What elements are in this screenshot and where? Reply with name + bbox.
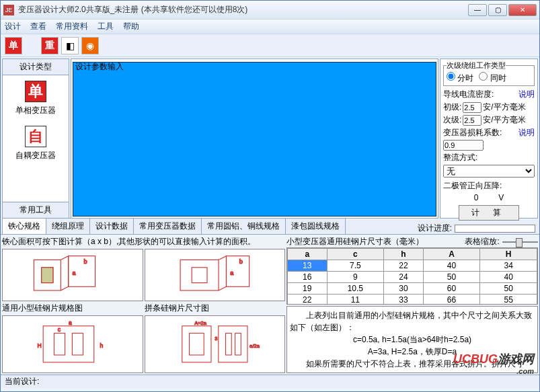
svg-text:3: 3 xyxy=(215,336,217,342)
diode-zero: 0 xyxy=(474,193,479,202)
left-panel: 设计类型 单 单相变压器 自 自耦变压器 常用工具 xyxy=(2,58,69,219)
winding-type-group: 次级绕组工作类型 分时 同时 xyxy=(443,61,535,86)
svg-rect-9 xyxy=(180,260,219,290)
secondary-label: 次级: xyxy=(443,114,461,126)
table-row: 137.5224034 xyxy=(288,260,537,272)
spec-table: a c h A H 137.5224034 169245040 1910.530… xyxy=(287,248,537,305)
radio-timeshare[interactable]: 分时 xyxy=(447,72,473,84)
spec-table-wrap: a c h A H 137.5224034 169245040 1910.530… xyxy=(286,247,538,305)
winding-type-legend: 次级绕组工作类型 xyxy=(447,61,506,71)
svg-line-12 xyxy=(219,286,226,290)
svg-text:a: a xyxy=(73,270,77,276)
core-area-header: 铁心面积可按下图计算（a x b）,其他形状的可以直接输入计算的面积。 xyxy=(2,236,285,247)
svg-rect-10 xyxy=(192,268,207,283)
radio-simultaneous-input[interactable] xyxy=(479,72,488,81)
progress-bar xyxy=(455,225,535,233)
tab-transformer-data[interactable]: 常用变压器数据 xyxy=(133,218,202,234)
table-header: 小型变压器通用硅钢片尺寸表（毫米） xyxy=(286,236,424,247)
tab-wire-spec[interactable]: 常用圆铝、铜线规格 xyxy=(201,218,286,234)
svg-rect-18 xyxy=(54,334,65,355)
design-header: 设计参数输入 xyxy=(73,61,126,73)
left-tab-design-type[interactable]: 设计类型 xyxy=(3,59,69,75)
bottom-tabs: 铁心规格 绕组原理 设计数据 常用变压器数据 常用圆铝、铜线规格 漆包圆线规格 … xyxy=(1,220,539,235)
core-diagram-1: ab xyxy=(2,249,143,301)
svg-line-3 xyxy=(61,256,69,260)
single-phase-label: 单相变压器 xyxy=(15,105,56,116)
svg-rect-27 xyxy=(225,334,231,355)
svg-rect-2 xyxy=(42,268,53,283)
design-canvas[interactable] xyxy=(73,62,436,217)
toolbar-heavy-button[interactable]: 重 xyxy=(41,37,59,54)
desc-line-1: 上表列出目前通用的小型硅钢片规格，其中个尺寸之间关系大致如下（如左图）： xyxy=(290,309,535,334)
svg-text:a: a xyxy=(230,270,234,276)
status-bar: 当前设计: xyxy=(1,375,539,388)
svg-text:H: H xyxy=(38,342,42,349)
secondary-input[interactable] xyxy=(463,115,481,126)
auto-transformer-icon[interactable]: 自 xyxy=(25,126,46,147)
design-area: 设计参数输入 xyxy=(71,58,438,219)
tab-design-data[interactable]: 设计数据 xyxy=(89,218,134,234)
rectifier-label: 整流方式: xyxy=(443,152,477,163)
desc-line-2: c=0.5a, h=1.5a(当a>64时h=2.5a) xyxy=(290,334,535,346)
col-a[interactable]: a xyxy=(288,249,327,260)
toolbar-icon-button[interactable]: ◧ xyxy=(61,37,79,54)
spec-diagram-1: Hcah xyxy=(2,315,143,373)
menu-view[interactable]: 查看 xyxy=(30,21,46,32)
tab-enamel-wire[interactable]: 漆包圆线规格 xyxy=(285,218,346,234)
table-row: 1910.5306050 xyxy=(288,283,537,295)
radio-simultaneous[interactable]: 同时 xyxy=(479,72,506,84)
maximize-button[interactable]: ▢ xyxy=(488,4,507,16)
menubar: 设计 查看 常用资料 工具 帮助 xyxy=(1,19,539,34)
svg-text:a/2a: a/2a xyxy=(249,343,260,349)
menu-help[interactable]: 帮助 xyxy=(123,21,139,32)
primary-input[interactable] xyxy=(463,102,481,113)
svg-rect-17 xyxy=(44,326,95,362)
progress-label: 设计进度: xyxy=(418,223,452,234)
table-row: 2211336655 xyxy=(288,295,537,305)
svg-rect-19 xyxy=(73,334,83,355)
zoom-slider[interactable] xyxy=(502,237,538,247)
diode-v: V xyxy=(498,193,504,202)
toolbar-power-button[interactable]: ◉ xyxy=(81,37,99,54)
svg-text:A=2a: A=2a xyxy=(194,320,207,326)
app-icon: JE xyxy=(3,5,14,15)
menu-tools[interactable]: 工具 xyxy=(98,21,114,32)
single-phase-icon[interactable]: 单 xyxy=(25,81,46,102)
toolbar-single-button[interactable]: 单 xyxy=(5,37,22,54)
description-box: 上表列出目前通用的小型硅钢片规格，其中个尺寸之间关系大致如下（如左图）： c=0… xyxy=(286,306,538,373)
primary-unit: 安/平方毫米 xyxy=(483,102,525,113)
density-help-link[interactable]: 说明 xyxy=(518,89,535,100)
calculate-button[interactable]: 计 算 xyxy=(459,205,519,221)
toolbar: 单 重 ◧ ◉ xyxy=(1,34,539,57)
titlebar: JE 变压器设计大师2.0共享版_未注册 (本共享软件您还可以使用8次) — ▢… xyxy=(1,1,539,19)
loss-label: 变压器损耗系数: xyxy=(443,127,502,139)
sub-header-2: 拼条硅钢片尺寸图 xyxy=(145,303,286,314)
auto-transformer-label: 自耦变压器 xyxy=(15,150,56,161)
zoom-label: 表格缩放: xyxy=(465,236,499,247)
loss-input[interactable] xyxy=(443,140,484,151)
secondary-unit: 安/平方毫米 xyxy=(483,114,525,126)
svg-line-4 xyxy=(61,286,69,290)
col-c[interactable]: c xyxy=(327,249,384,260)
rectifier-select[interactable]: 无 xyxy=(443,165,535,178)
col-H[interactable]: H xyxy=(480,249,537,260)
col-h[interactable]: h xyxy=(384,249,424,260)
tab-core-spec[interactable]: 铁心规格 xyxy=(2,218,46,234)
minimize-button[interactable]: — xyxy=(468,4,487,16)
primary-label: 初级: xyxy=(443,102,461,113)
loss-help-link[interactable]: 说明 xyxy=(518,127,535,139)
menu-design[interactable]: 设计 xyxy=(5,21,21,32)
table-row: 169245040 xyxy=(288,272,537,283)
diode-label: 二极管正向压降: xyxy=(443,180,502,192)
density-label: 导线电流密度: xyxy=(443,89,494,100)
svg-rect-24 xyxy=(182,326,211,362)
desc-line-3: A=3a, H=2.5a，铁厚D=a xyxy=(290,346,535,358)
col-A[interactable]: A xyxy=(423,249,480,260)
radio-timeshare-input[interactable] xyxy=(447,72,455,81)
tab-winding[interactable]: 绕组原理 xyxy=(46,218,90,234)
menu-resources[interactable]: 常用资料 xyxy=(56,21,88,32)
spec-diagram-2: A=2a3a/2a xyxy=(145,315,286,373)
svg-rect-25 xyxy=(189,334,204,355)
left-footer-tools[interactable]: 常用工具 xyxy=(3,202,69,218)
close-button[interactable]: ✕ xyxy=(508,4,537,16)
